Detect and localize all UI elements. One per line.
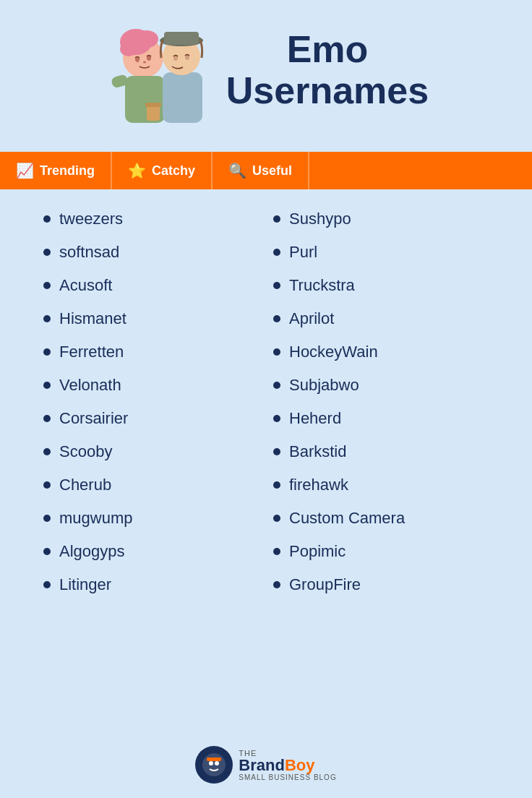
list-right: SushypoPurlTruckstraAprilotHockeyWainSub… [273, 204, 503, 600]
svg-rect-21 [207, 758, 221, 761]
bullet-icon [273, 415, 280, 422]
useful-icon: 🔍 [228, 162, 246, 179]
bullet-icon [43, 481, 51, 489]
list-item-right-7: Barkstid [273, 437, 503, 467]
bullet-icon [273, 282, 280, 289]
svg-point-18 [202, 753, 226, 776]
title-block: Emo Usernames [226, 14, 429, 111]
list-item-left-5: Velonath [43, 370, 273, 400]
svg-rect-10 [147, 105, 160, 121]
list-item-left-3: Hismanet [43, 304, 273, 334]
list-item-left-9: mugwump [43, 503, 273, 533]
list-item-left-4: Ferretten [43, 337, 273, 367]
list-item-right-10: Popimic [273, 536, 503, 567]
list-item-left-1: softnsad [43, 237, 273, 267]
list-item-right-1: Purl [273, 237, 503, 267]
list-item-right-3: Aprilot [273, 304, 503, 334]
page-title: Emo Usernames [226, 29, 429, 111]
bullet-icon [273, 348, 280, 356]
svg-rect-11 [145, 103, 161, 107]
svg-point-6 [143, 61, 146, 64]
content-area: tweezerssoftnsadAcusoftHismanetFerretten… [0, 189, 532, 614]
footer: the BrandBoy SMALL BUSINESS BLOG [195, 732, 336, 798]
list-item-left-2: Acusoft [43, 270, 273, 301]
tabs-bar: 📈 Trending ⭐ Catchy 🔍 Useful [0, 152, 532, 189]
list-item-right-8: firehawk [273, 470, 503, 500]
header: Emo Usernames [0, 0, 532, 152]
tab-useful[interactable]: 🔍 Useful [213, 152, 309, 189]
bullet-icon [273, 481, 280, 489]
list-item-left-0: tweezers [43, 204, 273, 234]
tab-fill [309, 152, 532, 189]
catchy-icon: ⭐ [128, 162, 146, 179]
svg-point-19 [209, 761, 213, 765]
list-item-left-11: Litinger [43, 570, 273, 600]
logo-text-block: the BrandBoy SMALL BUSINESS BLOG [239, 749, 336, 781]
trending-icon: 📈 [16, 162, 34, 179]
bullet-icon [43, 249, 51, 256]
list-item-left-8: Cherub [43, 470, 273, 500]
bullet-icon [43, 282, 51, 289]
list-item-right-5: Subjabwo [273, 370, 503, 400]
bullet-icon [43, 515, 51, 522]
header-illustration [103, 22, 219, 145]
list-left: tweezerssoftnsadAcusoftHismanetFerretten… [43, 204, 273, 600]
svg-point-20 [215, 761, 219, 765]
bullet-icon [43, 448, 51, 455]
bullet-icon [273, 315, 280, 322]
svg-rect-12 [163, 72, 202, 123]
tab-catchy[interactable]: ⭐ Catchy [112, 152, 213, 189]
svg-point-2 [135, 30, 158, 48]
bullet-icon [43, 382, 51, 389]
bullet-icon [273, 515, 280, 522]
bullet-icon [273, 249, 280, 256]
bullet-icon [43, 315, 51, 322]
bullet-icon [273, 215, 280, 223]
list-item-right-6: Heherd [273, 403, 503, 434]
svg-rect-15 [164, 32, 199, 45]
tab-trending[interactable]: 📈 Trending [0, 152, 112, 189]
bullet-icon [273, 448, 280, 455]
list-item-right-2: Truckstra [273, 270, 503, 301]
bullet-icon [273, 382, 280, 389]
list-item-right-9: Custom Camera [273, 503, 503, 533]
bullet-icon [43, 215, 51, 223]
bullet-icon [43, 348, 51, 356]
list-item-left-10: Algogyps [43, 536, 273, 567]
logo-brand: BrandBoy [239, 758, 314, 773]
list-item-right-0: Sushypo [273, 204, 503, 234]
list-item-left-6: Corsairier [43, 403, 273, 434]
bullet-icon [43, 415, 51, 422]
bullet-icon [43, 548, 51, 555]
logo-icon [195, 746, 233, 784]
list-item-right-4: HockeyWain [273, 337, 503, 367]
svg-point-3 [120, 42, 137, 56]
list-item-left-7: Scooby [43, 437, 273, 467]
brandboy-logo: the BrandBoy SMALL BUSINESS BLOG [195, 746, 336, 784]
bullet-icon [273, 581, 280, 588]
bullet-icon [43, 581, 51, 588]
list-item-right-11: GroupFire [273, 570, 503, 600]
logo-tagline: SMALL BUSINESS BLOG [239, 773, 336, 781]
bullet-icon [273, 548, 280, 555]
